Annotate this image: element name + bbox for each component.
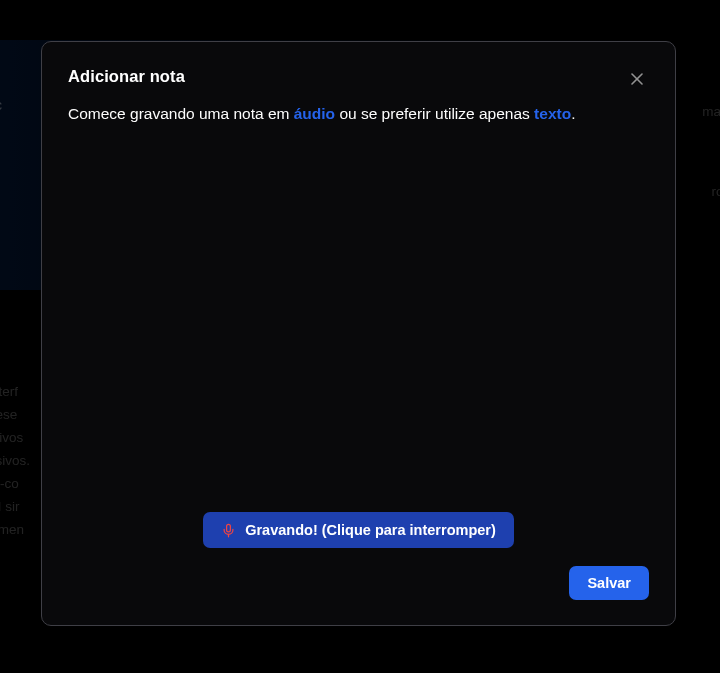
subtitle-highlight-audio: áudio xyxy=(294,105,335,122)
subtitle-text: Comece gravando uma nota em xyxy=(68,105,294,122)
modal-subtitle: Comece gravando uma nota em áudio ou se … xyxy=(68,103,649,125)
modal-footer: Salvar xyxy=(68,566,649,600)
svg-rect-2 xyxy=(227,524,231,532)
save-button[interactable]: Salvar xyxy=(569,566,649,600)
record-button-label: Gravando! (Clique para interromper) xyxy=(245,522,496,538)
record-toggle-button[interactable]: Gravando! (Clique para interromper) xyxy=(203,512,514,548)
microphone-icon xyxy=(221,523,236,538)
subtitle-text: . xyxy=(571,105,575,122)
close-icon xyxy=(629,71,647,87)
subtitle-highlight-text: texto xyxy=(534,105,571,122)
save-button-label: Salvar xyxy=(587,575,631,591)
modal-body xyxy=(68,125,649,512)
subtitle-text: ou se preferir utilize apenas xyxy=(335,105,534,122)
close-button[interactable] xyxy=(629,71,647,89)
modal-title: Adicionar nota xyxy=(68,67,185,86)
record-row: Gravando! (Clique para interromper) xyxy=(68,512,649,548)
modal-header: Adicionar nota xyxy=(68,67,649,89)
add-note-modal: Adicionar nota Comece gravando uma nota … xyxy=(41,41,676,626)
